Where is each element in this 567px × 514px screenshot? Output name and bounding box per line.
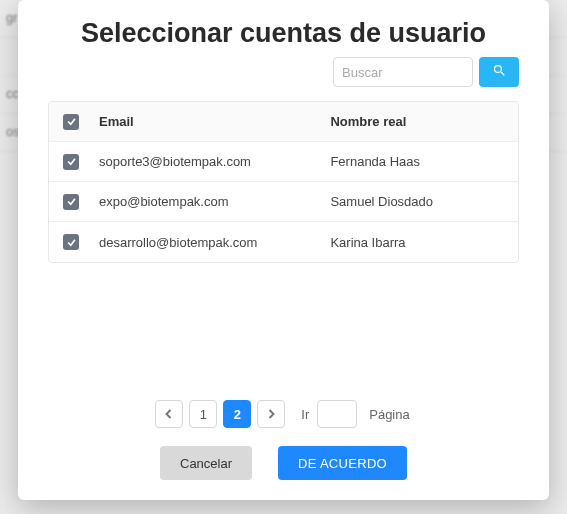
row-checkbox[interactable]: [63, 194, 79, 210]
cell-name: Samuel Diosdado: [330, 194, 504, 209]
modal-title: Seleccionar cuentas de usuario: [48, 18, 519, 49]
search-row: [48, 57, 519, 87]
table-row: soporte3@biotempak.com Fernanda Haas: [49, 142, 518, 182]
cell-email: desarrollo@biotempak.com: [99, 235, 330, 250]
cell-name: Fernanda Haas: [330, 154, 504, 169]
ok-button[interactable]: DE ACUERDO: [278, 446, 407, 480]
table-header: Email Nombre real: [49, 102, 518, 142]
header-email: Email: [99, 114, 330, 129]
page-prev-button[interactable]: [155, 400, 183, 428]
cell-name: Karina Ibarra: [330, 235, 504, 250]
chevron-right-icon: [266, 407, 276, 422]
row-checkbox[interactable]: [63, 234, 79, 250]
search-icon: [492, 63, 507, 81]
page-input[interactable]: [317, 400, 357, 428]
search-button[interactable]: [479, 57, 519, 87]
page-label: Página: [369, 407, 409, 422]
select-all-checkbox[interactable]: [63, 114, 79, 130]
table-row: desarrollo@biotempak.com Karina Ibarra: [49, 222, 518, 262]
page-number-button[interactable]: 1: [189, 400, 217, 428]
page-next-button[interactable]: [257, 400, 285, 428]
cell-email: expo@biotempak.com: [99, 194, 330, 209]
search-input[interactable]: [333, 57, 473, 87]
accounts-table: Email Nombre real soporte3@biotempak.com…: [48, 101, 519, 263]
modal-actions: Cancelar DE ACUERDO: [48, 446, 519, 480]
header-name: Nombre real: [330, 114, 504, 129]
row-checkbox[interactable]: [63, 154, 79, 170]
page-number-button-active[interactable]: 2: [223, 400, 251, 428]
chevron-left-icon: [164, 407, 174, 422]
table-row: expo@biotempak.com Samuel Diosdado: [49, 182, 518, 222]
select-accounts-modal: Seleccionar cuentas de usuario Email Nom…: [18, 0, 549, 500]
go-label: Ir: [301, 407, 309, 422]
cancel-button[interactable]: Cancelar: [160, 446, 252, 480]
pagination: 1 2 Ir Página: [48, 400, 519, 428]
cell-email: soporte3@biotempak.com: [99, 154, 330, 169]
